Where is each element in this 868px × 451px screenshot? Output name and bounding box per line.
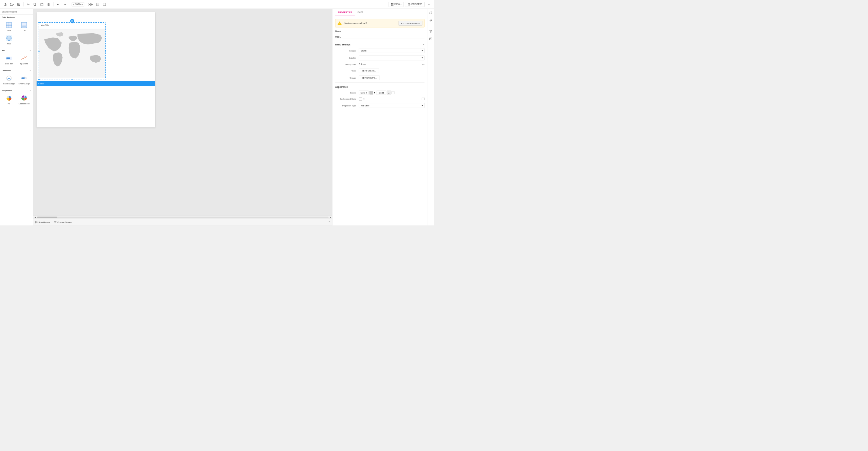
main-layout: Data Regions − Table <box>0 9 434 226</box>
svg-point-23 <box>409 4 410 5</box>
canvas-wrapper[interactable]: Map Title <box>33 9 332 216</box>
widget-table[interactable]: Table <box>1 20 17 33</box>
projection-dropdown[interactable]: Mercator ▾ <box>359 103 425 108</box>
zoom-level: 100% <box>75 3 81 6</box>
right-panel-content: No data source added ! ADD DATASOURCE Na… <box>332 16 427 226</box>
groups-area: SET GROUPS... <box>359 76 425 80</box>
widget-radial-gauge-label: Radial Gauge <box>3 83 15 85</box>
page-layout-button[interactable] <box>95 1 101 7</box>
scroll-left-button[interactable]: ◀ <box>34 216 37 219</box>
binding-data-row: Binding Data 0 items ✏ <box>335 63 425 66</box>
svg-rect-11 <box>90 3 92 4</box>
scroll-thumb[interactable] <box>37 217 57 218</box>
appearance-divider <box>335 83 425 83</box>
deviation-grid: Radial Gauge Linear Gauge <box>0 73 33 88</box>
tab-properties[interactable]: PROPERTIES <box>335 9 355 16</box>
appearance-collapse[interactable]: − <box>423 85 425 88</box>
svg-rect-19 <box>392 3 393 4</box>
kpi-label: KPI <box>2 49 5 52</box>
column-groups-label: Column Groups <box>57 221 72 223</box>
binding-data-edit-button[interactable]: ✏ <box>422 63 425 66</box>
expand-icon-button[interactable] <box>428 10 433 16</box>
page-layout2-button[interactable] <box>101 1 107 7</box>
set-groups-button[interactable]: SET GROUPS... <box>359 76 380 80</box>
bottom-collapse-button[interactable]: ⌃ <box>328 221 330 224</box>
widget-exploded-pie[interactable]: Exploded Pie <box>17 93 32 106</box>
proportion-collapse[interactable]: − <box>30 89 32 92</box>
copy-button[interactable] <box>32 1 38 7</box>
save-button[interactable] <box>16 1 22 7</box>
preview-button[interactable]: PREVIEW <box>405 2 425 7</box>
move-handle[interactable] <box>70 19 74 23</box>
handle-bl[interactable] <box>38 79 40 80</box>
canvas-page: Map Title <box>37 12 155 127</box>
row-groups-button[interactable]: Row Groups <box>35 221 50 223</box>
paste-button[interactable] <box>39 1 45 7</box>
handle-ml[interactable] <box>38 50 40 52</box>
border-style-dropdown[interactable]: None ▾ <box>359 90 368 95</box>
handle-bc[interactable] <box>72 79 73 80</box>
basic-settings-header: Basic Settings − <box>335 43 425 46</box>
widget-databar[interactable]: Data Bar <box>1 53 17 66</box>
delete-button[interactable]: 🗑 <box>46 1 52 7</box>
scroll-track[interactable] <box>37 217 329 218</box>
zoom-in-button[interactable]: + <box>81 3 83 6</box>
shapes-dropdown[interactable]: World ▾ <box>359 48 425 53</box>
widget-radial-gauge[interactable]: Radial Gauge <box>1 73 17 86</box>
bg-color-checkbox[interactable] <box>422 98 425 100</box>
handle-br[interactable] <box>105 79 106 80</box>
widget-map[interactable]: Map <box>1 33 17 46</box>
set-filters-button[interactable]: SET FILTERS... <box>359 68 379 73</box>
border-size-down[interactable]: ▼ <box>387 93 390 95</box>
column-groups-button[interactable]: Column Groups <box>54 221 72 223</box>
handle-tl[interactable] <box>38 22 40 23</box>
undo-button[interactable]: ↩ <box>55 1 61 7</box>
dataset-dropdown[interactable]: ▾ <box>359 56 425 61</box>
projection-dropdown-wrapper: Mercator ▾ <box>359 103 425 108</box>
scroll-right-button[interactable]: ▶ <box>329 216 332 219</box>
data-regions-collapse[interactable]: − <box>30 16 32 19</box>
zoom-out-button[interactable]: − <box>73 3 75 6</box>
widget-linear-gauge[interactable]: Linear Gauge <box>17 73 32 86</box>
filter-icon-button[interactable] <box>428 29 433 34</box>
open-button[interactable]: ▾ <box>9 1 15 7</box>
right-icon-sep <box>429 26 433 26</box>
handle-tr[interactable] <box>105 22 106 23</box>
new-button[interactable] <box>2 1 8 7</box>
bg-color-swatch[interactable] <box>359 97 362 101</box>
view-button[interactable]: VIEW ▾ <box>388 2 403 7</box>
settings-icon-button[interactable] <box>428 18 433 23</box>
appearance-label: Appearance <box>335 86 348 88</box>
svg-rect-20 <box>391 4 392 5</box>
add-datasource-button[interactable]: ADD DATASOURCE <box>399 21 422 26</box>
pie-icon <box>5 95 13 102</box>
view-label: VIEW <box>394 3 400 6</box>
widget-list[interactable]: List <box>17 20 32 33</box>
svg-rect-57 <box>36 221 37 223</box>
hamburger-menu-button[interactable]: ≡ <box>426 1 432 7</box>
linear-gauge-icon <box>21 75 28 82</box>
border-checkbox[interactable] <box>391 91 394 94</box>
map-svg-area <box>39 27 105 79</box>
deviation-collapse[interactable]: − <box>30 69 32 72</box>
data-regions-grid: Table List <box>0 19 33 48</box>
handle-mr[interactable] <box>105 50 106 52</box>
cut-button[interactable]: ✂ <box>25 1 32 7</box>
kpi-collapse[interactable]: − <box>30 49 32 52</box>
toolbar-sep-1 <box>23 2 24 6</box>
tab-data[interactable]: DATA <box>355 9 366 16</box>
widget-list-label: List <box>23 29 26 32</box>
widget-sparkline[interactable]: Sparkline <box>17 53 32 66</box>
map-widget[interactable]: Map Title <box>39 22 106 80</box>
basic-settings-collapse[interactable]: − <box>423 43 425 46</box>
border-color-swatch[interactable] <box>369 91 373 95</box>
redo-button[interactable]: ↪ <box>62 1 68 7</box>
search-input[interactable] <box>2 10 30 13</box>
image-icon-button[interactable] <box>428 36 433 42</box>
widget-pie[interactable]: Pie <box>1 93 17 106</box>
border-size-input[interactable] <box>376 91 386 95</box>
left-panel: Data Regions − Table <box>0 9 33 226</box>
shapes-label: Shapes <box>335 49 359 52</box>
center-area: Map Title <box>33 9 332 226</box>
fit-button[interactable]: ▾ <box>88 1 94 7</box>
